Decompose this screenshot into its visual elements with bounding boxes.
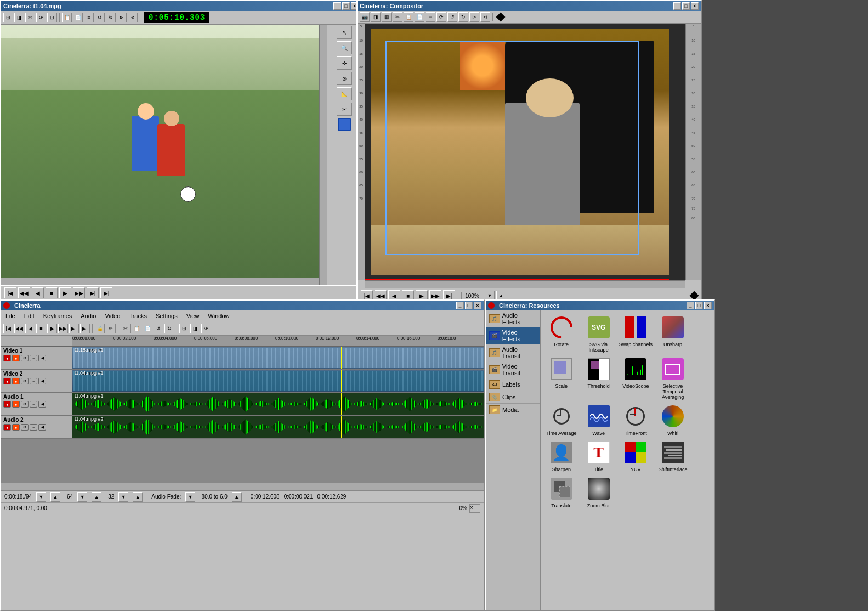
track-vis-btn-a2[interactable]: ● xyxy=(3,424,11,431)
effect-scale[interactable]: Scale xyxy=(543,354,580,401)
status-dur-down[interactable]: ▼ xyxy=(36,492,46,502)
comp-maximize-btn[interactable]: □ xyxy=(682,2,690,10)
source-minimize-btn[interactable]: _ xyxy=(333,2,341,10)
src-tool-1[interactable]: ⊞ xyxy=(3,13,13,22)
menu-audio[interactable]: Audio xyxy=(78,313,98,319)
tl-tool-lock[interactable]: 🔒 xyxy=(95,324,105,333)
track-mute-btn-a2[interactable]: ● xyxy=(12,424,20,431)
tool-crop[interactable]: ✂ xyxy=(337,103,352,116)
tl-tool-3[interactable]: ◀ xyxy=(25,324,35,333)
src-tool-5[interactable]: ⊡ xyxy=(47,13,57,22)
tl-tool-undo[interactable]: ↺ xyxy=(154,324,163,333)
track-vis-btn-v2[interactable]: ● xyxy=(3,378,11,384)
src-tool-6[interactable]: 📋 xyxy=(62,13,72,22)
comp-tool-11[interactable]: ⊳ xyxy=(469,12,479,22)
cat-clips[interactable]: 📎 Clips xyxy=(486,391,540,404)
tool-eyedropper[interactable]: ⊘ xyxy=(337,72,352,85)
res-close-btn[interactable]: × xyxy=(704,302,712,309)
cat-video-effects[interactable]: 🎬 Video Effects xyxy=(486,327,540,344)
src-fwd-btn[interactable]: ▶▶ xyxy=(73,287,85,298)
src-tool-12[interactable]: ⊲ xyxy=(128,13,138,22)
src-prev-btn[interactable]: ◀◀ xyxy=(18,287,30,298)
status-zoom-v-down[interactable]: ▼ xyxy=(77,492,87,502)
comp-tool-4[interactable]: ✄ xyxy=(393,12,402,22)
track-lock-btn-a1[interactable]: ⊙ xyxy=(21,401,29,408)
comp-close-btn[interactable]: × xyxy=(691,2,699,10)
timeline-maximize-btn[interactable]: □ xyxy=(465,302,473,309)
effect-timefront[interactable]: TimeFront xyxy=(617,401,655,438)
src-fwd2-btn[interactable]: ▶| xyxy=(87,287,99,298)
res-maximize-btn[interactable]: □ xyxy=(695,302,703,309)
track-vis-btn-v1[interactable]: ● xyxy=(3,355,11,361)
track-lock-btn-a2[interactable]: ⊙ xyxy=(21,424,29,431)
comp-tool-5[interactable]: 📋 xyxy=(404,12,413,22)
track-content-audio1[interactable]: t1.04.mpg #1 xyxy=(72,393,484,415)
src-tool-10[interactable]: ↻ xyxy=(106,13,116,22)
comp-tool-10[interactable]: ↻ xyxy=(458,12,468,22)
comp-tool-7[interactable]: ≡ xyxy=(426,12,435,22)
compositor-video-area[interactable] xyxy=(365,24,685,280)
status-zoom-a-up[interactable]: ▲ xyxy=(133,492,143,502)
menu-edit[interactable]: Edit xyxy=(22,313,37,319)
effect-videoscope[interactable]: VideoScope xyxy=(617,354,655,401)
track-mute-btn-v1[interactable]: ● xyxy=(12,355,20,361)
track-mix-btn-a2[interactable]: ≡ xyxy=(30,424,37,431)
menu-keyframes[interactable]: Keyframes xyxy=(41,313,75,319)
tl-tool-end[interactable]: ▶| xyxy=(69,324,79,333)
menu-file[interactable]: File xyxy=(3,313,18,319)
status-dur-up[interactable]: ▲ xyxy=(50,492,60,502)
res-minimize-btn[interactable]: _ xyxy=(687,302,694,309)
effect-zoomblur[interactable]: Zoom Blur xyxy=(580,474,617,510)
track-mix-btn-v1[interactable]: ≡ xyxy=(30,355,37,361)
track-mute-btn-v2[interactable]: ● xyxy=(12,378,20,384)
comp-tool-8[interactable]: ⟳ xyxy=(436,12,446,22)
comp-tool-2[interactable]: ◨ xyxy=(371,12,381,22)
menu-tracks[interactable]: Tracks xyxy=(127,313,149,319)
track-arrow-a1[interactable]: ◀ xyxy=(38,401,46,408)
tl-tool-14[interactable]: ⊞ xyxy=(179,324,189,333)
cat-audio-transit[interactable]: 🎵 Audio Transit xyxy=(486,344,540,361)
src-tool-8[interactable]: ≡ xyxy=(84,13,94,22)
tl-tool-2[interactable]: ◀◀ xyxy=(14,324,24,333)
cat-labels[interactable]: 🏷 Labels xyxy=(486,378,540,391)
cat-media[interactable]: 📁 Media xyxy=(486,404,540,416)
tl-tool-15[interactable]: ◨ xyxy=(190,324,200,333)
tl-tool-copy[interactable]: 📋 xyxy=(132,324,141,333)
src-tool-11[interactable]: ⊳ xyxy=(117,13,127,22)
menu-window[interactable]: Window xyxy=(206,313,231,319)
src-stop-btn[interactable]: ■ xyxy=(46,287,58,298)
tool-ruler[interactable]: 📐 xyxy=(337,87,352,100)
effect-sharpen[interactable]: 👤 Sharpen xyxy=(543,438,580,474)
menu-view[interactable]: View xyxy=(184,313,202,319)
tl-tool-split[interactable]: ✄ xyxy=(121,324,131,333)
track-arrow-v2[interactable]: ◀ xyxy=(38,378,46,384)
comp-tool-3[interactable]: ▦ xyxy=(382,12,392,22)
effect-wave[interactable]: Wave xyxy=(580,401,617,438)
timeline-minimize-btn[interactable]: _ xyxy=(456,302,464,309)
footer-close-btn[interactable]: × xyxy=(469,504,480,513)
effect-whirl[interactable]: Whirl xyxy=(654,401,691,438)
tl-tool-paste[interactable]: 📄 xyxy=(143,324,152,333)
tl-tool-stop[interactable]: ■ xyxy=(36,324,46,333)
src-tool-9[interactable]: ↺ xyxy=(95,13,105,22)
tool-zoom[interactable]: 🔍 xyxy=(337,41,352,54)
tl-tool-play[interactable]: ▶ xyxy=(47,324,57,333)
track-vis-btn-a1[interactable]: ● xyxy=(3,401,11,408)
track-arrow-v1[interactable]: ◀ xyxy=(38,355,46,361)
track-mix-btn-v2[interactable]: ≡ xyxy=(30,378,37,384)
effect-title[interactable]: T Title xyxy=(580,438,617,474)
comp-tool-6[interactable]: 📄 xyxy=(415,12,424,22)
effect-selective[interactable]: Selective Temporal Averaging xyxy=(654,354,691,401)
effect-translate[interactable]: Translate xyxy=(543,474,580,510)
effect-threshold[interactable]: Threshold xyxy=(580,354,617,401)
effect-swap[interactable]: Swap channels xyxy=(617,313,655,354)
track-content-video1[interactable]: t1.18.mpg #1 xyxy=(72,347,484,369)
track-mix-btn-a1[interactable]: ≡ xyxy=(30,401,37,408)
effect-timeavg[interactable]: Time Average xyxy=(543,401,580,438)
status-fade-up[interactable]: ▲ xyxy=(232,492,242,502)
status-fade-down[interactable]: ▼ xyxy=(185,492,195,502)
src-tool-4[interactable]: ⟳ xyxy=(36,13,46,22)
src-tool-7[interactable]: 📄 xyxy=(73,13,83,22)
effect-rotate[interactable]: Rotate xyxy=(543,313,580,354)
track-content-audio2[interactable]: t1.04.mpg #2 xyxy=(72,416,484,438)
